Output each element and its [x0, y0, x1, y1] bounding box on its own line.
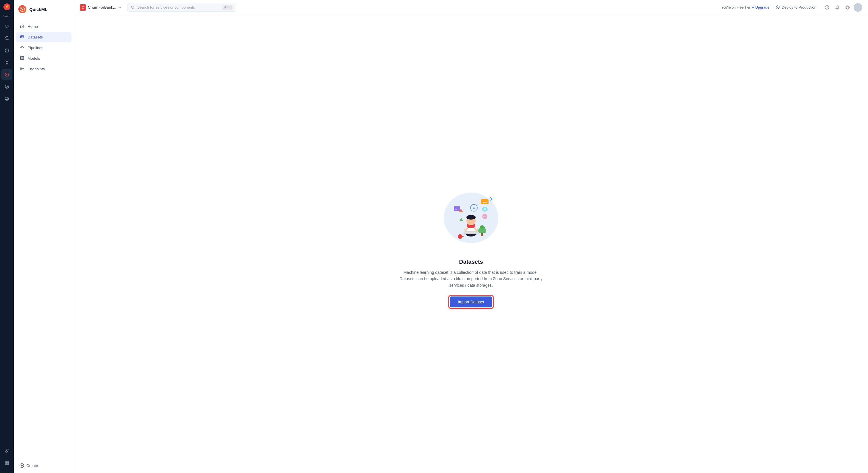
svg-text:G: G: [473, 207, 475, 210]
svg-point-52: [482, 228, 486, 233]
topbar-right: You're on Free Tier ✦ Upgrade Deploy to …: [721, 3, 862, 12]
services-label: Services: [3, 15, 11, 18]
search-bar[interactable]: Search for services or components ⌘+K: [127, 3, 236, 12]
empty-state-description: Machine learning dataset is a collection…: [399, 269, 543, 288]
main-wrapper: C ChurnForBank... Search for services or…: [74, 0, 868, 473]
search-shortcut: ⌘+K: [222, 5, 232, 10]
svg-text:⚡: ⚡: [5, 4, 9, 9]
sidebar-title: QuickML: [29, 7, 48, 12]
svg-rect-14: [7, 461, 9, 463]
icon-bar: ⚡ Services: [0, 0, 14, 473]
svg-point-8: [5, 85, 9, 88]
search-icon: [131, 5, 135, 9]
svg-point-38: [827, 8, 827, 9]
sidebar-item-active[interactable]: [1, 69, 12, 80]
svg-rect-27: [21, 57, 22, 58]
svg-rect-28: [21, 58, 22, 60]
svg-rect-19: [21, 36, 24, 38]
wrench-icon[interactable]: [1, 445, 12, 456]
svg-point-65: [461, 212, 461, 212]
main-content: aws G: [74, 15, 868, 473]
svg-rect-30: [22, 58, 24, 60]
svg-rect-16: [7, 463, 9, 465]
nav-item-pipelines[interactable]: Pipelines: [16, 43, 71, 53]
nav-item-datasets[interactable]: Datasets: [16, 32, 71, 42]
svg-point-7: [6, 74, 7, 75]
svg-rect-29: [22, 57, 24, 58]
app-logo[interactable]: ⚡: [2, 2, 11, 11]
free-tier-badge: You're on Free Tier ✦ Upgrade: [721, 5, 769, 9]
sidebar-item-code[interactable]: [1, 21, 12, 32]
svg-point-39: [847, 7, 848, 8]
nav-item-endpoints[interactable]: Endpoints: [16, 64, 71, 74]
deploy-button[interactable]: Deploy to Production: [774, 4, 818, 11]
svg-rect-56: [454, 207, 460, 211]
topbar-icons: [823, 3, 862, 12]
upgrade-link[interactable]: ✦ Upgrade: [751, 5, 769, 9]
create-label: Create: [26, 464, 38, 468]
sidebar-footer: Create: [14, 458, 74, 473]
datasets-icon: [20, 35, 25, 40]
project-selector[interactable]: C ChurnForBank...: [80, 4, 121, 11]
settings-icon-btn[interactable]: [843, 3, 852, 12]
empty-state: aws G: [394, 169, 549, 319]
sidebar-item-flow[interactable]: [1, 57, 12, 68]
nav-item-datasets-label: Datasets: [28, 35, 43, 39]
icon-bar-bottom: [1, 445, 12, 471]
svg-rect-13: [5, 461, 7, 463]
nav-item-models-label: Models: [28, 56, 40, 61]
search-placeholder: Search for services or components: [137, 5, 195, 9]
nav-item-pipelines-label: Pipelines: [28, 45, 43, 50]
home-icon: [20, 24, 25, 29]
svg-point-44: [466, 215, 476, 220]
svg-point-22: [21, 46, 23, 48]
deploy-label: Deploy to Production: [782, 5, 816, 9]
sidebar-item-cloud[interactable]: [1, 33, 12, 44]
svg-rect-15: [5, 463, 7, 465]
help-icon-btn[interactable]: [823, 3, 831, 12]
sidebar-item-analytics[interactable]: [1, 45, 12, 56]
svg-point-66: [458, 234, 462, 239]
svg-text:aws: aws: [483, 201, 487, 203]
nav-item-home-label: Home: [28, 24, 38, 29]
topbar: C ChurnForBank... Search for services or…: [74, 0, 868, 15]
svg-point-62: [484, 208, 486, 210]
grid-icon[interactable]: [1, 458, 12, 468]
deploy-icon: [776, 5, 780, 9]
nav-item-models[interactable]: Models: [16, 53, 71, 63]
sidebar-nav: Home Datasets Pipelines Models: [14, 18, 74, 458]
user-avatar[interactable]: [854, 3, 862, 12]
project-icon: C: [80, 4, 86, 11]
sidebar-item-explore[interactable]: [1, 81, 12, 92]
chevron-down-icon: [118, 6, 121, 9]
import-dataset-button[interactable]: Import Dataset: [450, 296, 492, 307]
nav-item-endpoints-label: Endpoints: [28, 67, 45, 71]
project-name: ChurnForBank...: [88, 5, 116, 9]
sidebar-header: QuickML: [14, 0, 74, 18]
svg-rect-67: [462, 236, 464, 237]
svg-point-18: [22, 9, 23, 10]
quickml-logo-icon: [19, 5, 26, 13]
create-button[interactable]: Create: [19, 462, 69, 470]
models-icon: [20, 56, 25, 61]
sidebar: QuickML Home Datasets Pipelines: [14, 0, 74, 473]
endpoints-icon: [20, 67, 25, 71]
nav-item-home[interactable]: Home: [16, 22, 71, 32]
empty-state-title: Datasets: [459, 259, 483, 265]
notifications-icon-btn[interactable]: [833, 3, 842, 12]
pipelines-icon: [20, 45, 25, 50]
svg-point-51: [478, 228, 482, 233]
datasets-illustration: aws G: [437, 181, 505, 249]
svg-point-9: [6, 86, 8, 88]
sidebar-item-community[interactable]: [1, 93, 12, 104]
